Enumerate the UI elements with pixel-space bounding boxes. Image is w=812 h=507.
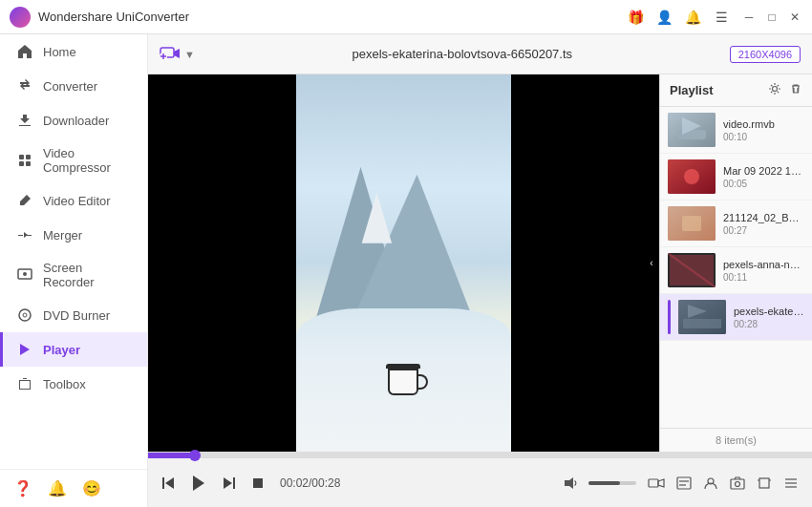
svg-marker-29 <box>224 477 232 489</box>
feedback-icon[interactable]: 😊 <box>82 479 101 497</box>
app-logo <box>10 7 31 28</box>
collapse-playlist-arrow[interactable]: ‹ <box>644 248 659 279</box>
title-bar: Wondershare UniConverter 🎁 👤 🔔 ☰ ─ □ ✕ <box>0 0 812 34</box>
volume-slider[interactable] <box>588 481 636 485</box>
controls-bar: 00:02/00:28 <box>148 452 812 507</box>
list-item[interactable]: pexels-ekaterina... 00:28 <box>660 294 812 341</box>
screen-recorder-icon <box>16 266 33 284</box>
svg-marker-34 <box>658 479 664 487</box>
playlist-footer: 8 item(s) <box>660 428 812 452</box>
next-frame-button[interactable] <box>219 473 240 494</box>
home-icon <box>16 43 33 60</box>
merger-icon <box>16 226 33 243</box>
cup-body <box>388 369 418 395</box>
svg-marker-27 <box>165 477 174 489</box>
playlist-item-info-5: pexels-ekaterina... 00:28 <box>734 306 804 329</box>
svg-marker-32 <box>565 477 573 489</box>
svg-rect-1 <box>26 155 31 159</box>
svg-rect-24 <box>683 319 721 328</box>
volume-icon-button[interactable] <box>560 474 583 493</box>
player-icon <box>16 341 33 358</box>
active-indicator <box>668 300 671 334</box>
svg-rect-2 <box>19 161 24 166</box>
list-item[interactable]: pexels-anna-nek... 00:11 <box>660 247 812 294</box>
playlist-items: video.rmvb 00:10 Mar 09 2022 10_... 00:0… <box>660 107 812 428</box>
volume-filled <box>588 481 620 485</box>
playlist-item-info-4: pexels-anna-nek... 00:11 <box>723 259 804 283</box>
time-display: 00:02/00:28 <box>280 476 340 490</box>
svg-rect-14 <box>677 130 706 139</box>
playlist-item-duration-5: 00:28 <box>734 319 804 329</box>
svg-rect-3 <box>26 161 31 166</box>
sidebar-item-player[interactable]: Player <box>0 332 147 367</box>
help-icon[interactable]: ❓ <box>13 479 32 497</box>
maximize-button[interactable]: □ <box>764 10 780 25</box>
list-item[interactable]: Mar 09 2022 10_... 00:05 <box>660 154 812 201</box>
dvd-icon <box>16 306 33 324</box>
playlist-thumb-1 <box>668 113 716 147</box>
caption-button[interactable] <box>673 475 695 492</box>
sidebar-item-screen-recorder[interactable]: Screen Recorder <box>0 252 147 298</box>
minimize-button[interactable]: ─ <box>741 10 757 25</box>
add-media-button[interactable]: ▼ <box>160 44 195 65</box>
sidebar-item-dvd-burner[interactable]: DVD Burner <box>0 298 147 332</box>
svg-marker-8 <box>20 344 30 355</box>
video-player[interactable]: ‹ <box>148 74 659 452</box>
play-button[interactable] <box>186 471 211 496</box>
playlist-title: Playlist <box>670 83 714 97</box>
user-icon[interactable]: 👤 <box>655 9 673 26</box>
playlist-header: Playlist <box>660 74 812 107</box>
title-bar-icons: 🎁 👤 🔔 ☰ <box>627 9 730 26</box>
svg-rect-41 <box>759 478 769 488</box>
app-title: Wondershare UniConverter <box>38 10 627 24</box>
svg-rect-31 <box>253 478 263 488</box>
sidebar-item-video-compressor[interactable]: Video Compressor <box>0 137 147 183</box>
audio-button[interactable] <box>699 475 722 492</box>
progress-filled <box>148 453 195 458</box>
content-topbar: ▼ pexels-ekaterina-bolovtsova-6650207.ts… <box>148 34 812 74</box>
playlist-item-info-2: Mar 09 2022 10_... 00:05 <box>723 165 804 189</box>
add-btn-caret: ▼ <box>184 49 195 60</box>
playlist-item-duration-2: 00:05 <box>723 179 804 189</box>
menu-icon[interactable]: ☰ <box>713 9 730 26</box>
crop-button[interactable] <box>753 475 776 492</box>
file-title: pexels-ekaterina-bolovtsova-6650207.ts <box>204 47 720 61</box>
playlist-toggle-button[interactable] <box>780 475 802 492</box>
editor-icon <box>16 192 33 209</box>
sidebar-label-video-compressor: Video Compressor <box>43 146 134 175</box>
video-container: ‹ Playlist <box>148 74 812 452</box>
sidebar-label-merger: Merger <box>43 228 82 243</box>
speed-button[interactable] <box>644 475 669 492</box>
snapshot-button[interactable] <box>726 475 749 492</box>
sidebar-label-converter: Converter <box>43 79 97 94</box>
toolbox-icon <box>16 375 33 392</box>
list-item[interactable]: 211124_02_Beau... 00:27 <box>660 201 812 247</box>
playlist-item-duration-4: 00:11 <box>723 272 804 283</box>
sidebar-item-merger[interactable]: Merger <box>0 218 147 252</box>
sidebar-item-downloader[interactable]: Downloader <box>0 103 147 137</box>
prev-button[interactable] <box>158 473 179 494</box>
playlist-settings-icon[interactable] <box>768 82 781 98</box>
playlist-thumb-3 <box>668 206 716 241</box>
stop-button[interactable] <box>247 473 268 494</box>
close-button[interactable]: ✕ <box>787 10 802 25</box>
bell-icon[interactable]: 🔔 <box>684 9 701 26</box>
svg-point-6 <box>19 309 31 321</box>
video-black-left <box>148 74 296 452</box>
video-frame <box>148 74 659 452</box>
svg-rect-23 <box>678 300 726 334</box>
sidebar-item-home[interactable]: Home <box>0 34 147 69</box>
compressor-icon <box>16 152 33 169</box>
gift-icon[interactable]: 🎁 <box>627 9 644 26</box>
playlist-thumb-5 <box>678 300 726 334</box>
svg-rect-33 <box>649 479 658 487</box>
sidebar-item-converter[interactable]: Converter <box>0 69 147 103</box>
window-controls: ─ □ ✕ <box>741 10 802 25</box>
playlist-delete-icon[interactable] <box>789 82 802 98</box>
progress-bar[interactable] <box>148 453 812 458</box>
sidebar-item-video-editor[interactable]: Video Editor <box>0 183 147 218</box>
notifications-icon[interactable]: 🔔 <box>48 479 67 497</box>
sidebar-item-toolbox[interactable]: Toolbox <box>0 367 147 401</box>
video-black-right <box>511 74 659 452</box>
list-item[interactable]: video.rmvb 00:10 <box>660 107 812 154</box>
